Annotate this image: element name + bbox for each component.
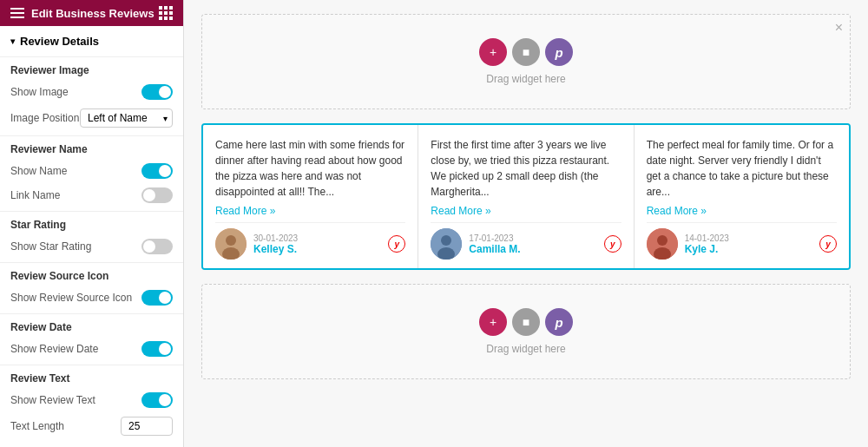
stop-widget-button-bottom[interactable]: ■ <box>512 308 540 336</box>
review-card-3: The perfect meal for family time. Or for… <box>635 125 849 268</box>
reviewer-date-3: 14-01-2023 <box>685 233 812 243</box>
sidebar: Edit Business Reviews ▾ Review Details R… <box>0 0 184 447</box>
stop-icon-bottom: ■ <box>523 315 529 329</box>
yelp-source-icon-1: y <box>388 235 405 253</box>
avatar-image-3 <box>647 228 678 260</box>
widget-icons-bottom: + ■ p <box>479 308 573 336</box>
toggle-knob <box>143 240 155 253</box>
chevron-down-icon: ▾ <box>10 36 15 46</box>
review-footer-1: 30-01-2023 Kelley S. y <box>215 222 405 260</box>
toggle-knob <box>159 343 171 355</box>
reviewer-date-2: 17-01-2023 <box>469 233 596 243</box>
image-position-row: Image Position Left of Name Right of Nam… <box>0 104 183 132</box>
show-name-row: Show Name <box>0 159 183 183</box>
add-widget-button-bottom[interactable]: + <box>479 308 507 336</box>
review-details-section: ▾ Review Details <box>0 26 183 53</box>
stop-icon: ■ <box>523 45 529 59</box>
review-card-2: First the first time after 3 years we li… <box>418 125 634 268</box>
show-name-toggle[interactable] <box>141 163 173 179</box>
show-review-source-icon-row: Show Review Source Icon <box>0 286 183 310</box>
avatar-3 <box>647 228 678 260</box>
show-image-label: Show Image <box>10 86 69 98</box>
reviewer-name-3: Kyle J. <box>685 243 812 255</box>
review-text-3: The perfect meal for family time. Or for… <box>647 137 837 200</box>
show-review-date-row: Show Review Date <box>0 337 183 361</box>
image-position-select-wrap: Left of Name Right of Name Above Name <box>80 108 173 128</box>
show-star-rating-label: Show Star Rating <box>10 240 91 253</box>
show-review-text-label: Show Review Text <box>10 394 95 406</box>
sidebar-title: Edit Business Reviews <box>10 7 155 20</box>
show-review-date-toggle[interactable] <box>141 341 173 357</box>
show-review-text-toggle[interactable] <box>141 392 173 408</box>
reviews-area: Came here last min with some friends for… <box>201 123 851 270</box>
page-title: Edit Business Reviews <box>31 7 155 20</box>
toggle-knob <box>159 394 171 406</box>
svg-point-7 <box>657 235 667 246</box>
show-review-date-label: Show Review Date <box>10 343 98 355</box>
plus-icon-bottom: + <box>490 315 496 329</box>
image-position-select[interactable]: Left of Name Right of Name Above Name <box>80 108 173 128</box>
read-more-1[interactable]: Read More » <box>215 205 405 217</box>
avatar-1 <box>215 228 247 260</box>
text-length-label: Text Length <box>10 420 64 432</box>
reviewer-image-section: Reviewer Image <box>0 56 183 80</box>
review-footer-2: 17-01-2023 Camilla M. y <box>431 222 621 260</box>
reviewer-name-section: Reviewer Name <box>0 135 183 159</box>
yelp-icon: p <box>555 45 562 60</box>
show-review-source-icon-toggle[interactable] <box>141 290 173 306</box>
plus-icon: + <box>490 45 496 59</box>
reviewer-name-2: Camilla M. <box>469 243 596 255</box>
show-star-rating-row: Show Star Rating <box>0 234 183 259</box>
yelp-icon-bottom: p <box>555 315 562 330</box>
reviewer-info-3: 14-01-2023 Kyle J. <box>685 233 812 255</box>
reviewer-info-2: 17-01-2023 Camilla M. <box>469 233 596 255</box>
show-image-toggle[interactable] <box>141 84 173 100</box>
stop-widget-button[interactable]: ■ <box>512 38 540 66</box>
reviewer-info-1: 30-01-2023 Kelley S. <box>253 233 381 255</box>
link-name-toggle[interactable] <box>141 187 173 203</box>
read-more-3[interactable]: Read More » <box>647 205 837 217</box>
drop-zone-top-label: Drag widget here <box>486 73 565 85</box>
reviewer-name-1: Kelley S. <box>253 243 381 255</box>
review-text-1: Came here last min with some friends for… <box>215 137 405 200</box>
image-position-label: Image Position <box>10 112 79 124</box>
show-review-source-icon-label: Show Review Source Icon <box>10 292 132 304</box>
drop-zone-bottom-label: Drag widget here <box>486 343 565 355</box>
add-widget-button[interactable]: + <box>479 38 507 66</box>
review-text-section: Review Text <box>0 365 183 388</box>
link-name-label: Link Name <box>10 189 60 201</box>
sidebar-header: Edit Business Reviews <box>0 0 183 26</box>
show-star-rating-toggle[interactable] <box>141 239 173 254</box>
yelp-source-icon-2: y <box>604 235 621 253</box>
star-rating-section: Star Rating <box>0 211 183 234</box>
toggle-knob <box>159 165 171 177</box>
avatar-image-1 <box>215 228 247 260</box>
text-length-input[interactable] <box>121 417 173 436</box>
review-date-section: Review Date <box>0 313 183 337</box>
review-card-1: Came here last min with some friends for… <box>203 125 418 268</box>
show-image-row: Show Image <box>0 80 183 104</box>
toggle-knob <box>159 86 171 98</box>
hamburger-icon[interactable] <box>10 8 24 18</box>
close-button-top[interactable]: × <box>835 20 843 36</box>
link-name-row: Link Name <box>0 183 183 207</box>
toggle-knob <box>159 292 171 304</box>
review-source-icon-section: Review Source Icon <box>0 262 183 286</box>
reviewer-date-1: 30-01-2023 <box>253 233 381 243</box>
avatar-image-2 <box>431 228 462 260</box>
toggle-knob <box>143 189 155 201</box>
grid-icon[interactable] <box>159 6 173 20</box>
main-content: + ■ p Drag widget here × Came here last … <box>184 0 868 447</box>
show-review-text-row: Show Review Text <box>0 388 183 412</box>
avatar-2 <box>431 228 462 260</box>
yelp-widget-button[interactable]: p <box>545 38 573 66</box>
yelp-source-icon-3: y <box>819 235 837 253</box>
yelp-widget-button-bottom[interactable]: p <box>545 308 573 336</box>
review-text-2: First the first time after 3 years we li… <box>431 137 621 200</box>
drop-zone-top[interactable]: + ■ p Drag widget here × <box>201 14 851 109</box>
widget-icons-top: + ■ p <box>479 38 573 66</box>
show-name-label: Show Name <box>10 165 67 177</box>
drop-zone-bottom[interactable]: + ■ p Drag widget here <box>201 284 851 379</box>
read-more-2[interactable]: Read More » <box>431 205 621 217</box>
text-length-row: Text Length <box>0 412 183 440</box>
